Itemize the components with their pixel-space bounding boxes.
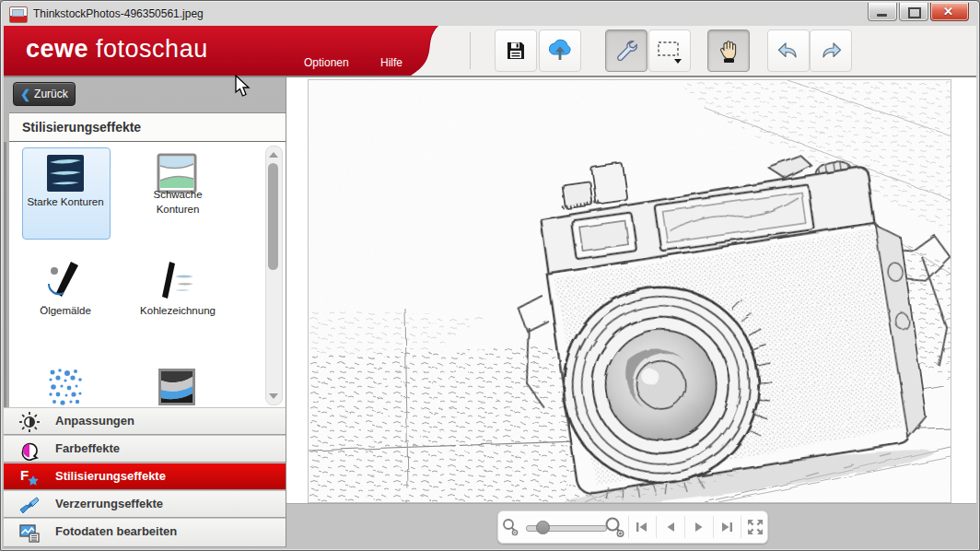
zoombar-separator xyxy=(713,516,714,538)
category-label: Anpassungen xyxy=(55,414,134,428)
zoombar-separator xyxy=(656,516,657,538)
category-label: Stilisierungseffekte xyxy=(55,469,166,483)
photo-canvas xyxy=(286,77,976,547)
photo-data-icon xyxy=(18,522,41,544)
svg-text:F: F xyxy=(20,467,29,483)
pan-button[interactable] xyxy=(707,29,750,72)
app-icon xyxy=(9,6,28,23)
close-icon: ✕ xyxy=(943,5,953,18)
header-bar: cewe fotoschau Optionen Hilfe xyxy=(4,26,976,77)
color-effects-icon xyxy=(18,439,41,461)
select-rect-icon xyxy=(656,37,683,64)
select-button[interactable] xyxy=(648,29,691,72)
previous-photo-button[interactable] xyxy=(659,514,682,540)
save-icon xyxy=(505,40,527,62)
brand-regular: fotoschau xyxy=(96,35,208,63)
photo-sketch-camera[interactable] xyxy=(308,79,951,503)
wave-gradient-effect-icon[interactable] xyxy=(157,367,197,407)
screenshot-stage: ThinkstockPhotos-496350561.jpeg ✕ cewe f… xyxy=(0,0,980,551)
maximize-icon xyxy=(908,7,921,18)
brand-bold: cewe xyxy=(26,35,88,63)
zoombar-separator xyxy=(741,516,741,538)
fullscreen-button[interactable] xyxy=(743,514,767,540)
category-verzerrungseffekte[interactable]: Verzerrungseffekte xyxy=(4,490,286,518)
effect-label[interactable]: Schwache Konturen xyxy=(136,188,219,217)
banner-curve xyxy=(407,26,459,76)
menu-optionen[interactable]: Optionen xyxy=(304,56,349,69)
category-fotodaten[interactable]: Fotodaten bearbeiten xyxy=(4,518,286,547)
category-farbeffekte[interactable]: Farbeffekte xyxy=(4,435,286,463)
adjustments-sun-icon xyxy=(18,411,41,433)
panel-groove xyxy=(4,142,6,407)
strong-contours-icon[interactable] xyxy=(45,153,86,193)
first-photo-icon xyxy=(636,521,648,533)
undo-arrow-icon xyxy=(776,41,800,61)
zoom-out-button[interactable] xyxy=(498,514,522,540)
panel-title: Stilisierungseffekte xyxy=(22,120,141,135)
scroll-up-icon[interactable] xyxy=(269,152,278,158)
back-chevron-icon: ❮ xyxy=(20,88,30,101)
zoom-toolbar xyxy=(497,510,768,544)
next-photo-button[interactable] xyxy=(687,514,711,540)
minimize-icon xyxy=(877,14,887,17)
minimize-button[interactable] xyxy=(868,3,897,21)
wrench-icon xyxy=(614,39,638,63)
scrollbar-thumb[interactable] xyxy=(268,163,278,270)
zoombar-separator xyxy=(684,516,685,538)
sidebar: ❮ Zurück Stilisierungseffekte Starke Kon… xyxy=(4,77,286,547)
toolbar-separator xyxy=(470,32,471,69)
title-bar[interactable]: ThinkstockPhotos-496350561.jpeg ✕ xyxy=(4,3,976,26)
window-title: ThinkstockPhotos-496350561.jpeg xyxy=(33,7,204,20)
category-anpassungen[interactable]: Anpassungen xyxy=(4,407,286,435)
first-photo-button[interactable] xyxy=(631,514,655,540)
category-label: Farbeffekte xyxy=(55,441,120,455)
category-label: Fotodaten bearbeiten xyxy=(55,524,177,538)
last-photo-button[interactable] xyxy=(716,514,740,540)
stylize-f-star-icon: F xyxy=(18,466,41,488)
brand-logo: cewe fotoschau xyxy=(26,35,208,64)
back-button[interactable]: ❮ Zurück xyxy=(13,82,76,106)
last-photo-icon xyxy=(720,521,733,533)
category-stilisierungseffekte[interactable]: F Stilisierungseffekte xyxy=(4,463,286,490)
fullscreen-icon xyxy=(747,519,764,535)
charcoal-drawing-icon[interactable] xyxy=(157,260,197,300)
effects-scrollbar[interactable] xyxy=(265,146,283,405)
upload-cloud-icon xyxy=(547,39,573,63)
previous-photo-icon xyxy=(665,521,676,533)
zoom-out-icon xyxy=(501,518,519,536)
distortion-icon xyxy=(18,494,41,516)
effects-list: Starke Konturen Schwache Konturen Ölgemä… xyxy=(9,142,286,407)
effect-label[interactable]: Kohlezeichnung xyxy=(136,304,219,319)
hand-pan-icon xyxy=(718,39,740,63)
effect-label[interactable]: Starke Konturen xyxy=(24,195,107,210)
close-button[interactable]: ✕ xyxy=(930,3,969,21)
save-button[interactable] xyxy=(495,29,537,72)
back-label: Zurück xyxy=(34,88,68,100)
undo-button[interactable] xyxy=(767,29,810,72)
zoom-slider-thumb[interactable] xyxy=(536,521,550,534)
effect-label[interactable]: Ölgemälde xyxy=(24,304,107,319)
sketch-image xyxy=(309,80,951,502)
zoom-slider[interactable] xyxy=(526,514,599,540)
next-photo-icon xyxy=(694,521,705,533)
zoombar-separator xyxy=(628,516,629,538)
dots-effect-icon[interactable] xyxy=(45,367,86,407)
panel-header: Stilisierungseffekte xyxy=(9,112,286,142)
scroll-down-icon[interactable] xyxy=(269,393,278,399)
redo-button[interactable] xyxy=(810,29,852,72)
upload-button[interactable] xyxy=(539,29,581,72)
app-content: cewe fotoschau Optionen Hilfe xyxy=(4,26,976,547)
menu-hilfe[interactable]: Hilfe xyxy=(380,56,402,69)
adjust-button[interactable] xyxy=(605,29,648,72)
redo-arrow-icon xyxy=(819,41,843,61)
maximize-button[interactable] xyxy=(899,3,928,21)
category-label: Verzerrungseffekte xyxy=(55,497,163,510)
app-window: ThinkstockPhotos-496350561.jpeg ✕ cewe f… xyxy=(0,0,980,551)
oil-painting-icon[interactable] xyxy=(45,260,86,300)
brand-banner: cewe fotoschau Optionen Hilfe xyxy=(4,26,407,76)
